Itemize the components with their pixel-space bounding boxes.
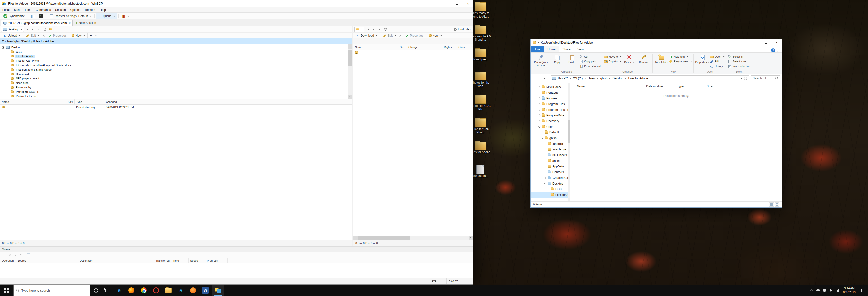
details-view-button[interactable] xyxy=(769,202,774,207)
copy-button[interactable]: Copy xyxy=(550,54,564,64)
nav-item-recovery[interactable]: Recovery xyxy=(531,118,570,124)
security-tray-button[interactable] xyxy=(822,285,828,296)
taskbar-clock[interactable]: 9:14 AM 8/27/2019 xyxy=(841,286,858,294)
nav-scrollbar[interactable] xyxy=(568,83,570,201)
column-source[interactable]: Source xyxy=(16,258,78,263)
forward-button[interactable]: → xyxy=(538,77,541,80)
nav-item-gbish[interactable]: gbish xyxy=(531,135,570,141)
cut-button[interactable]: Cut xyxy=(580,55,601,59)
remote-root-selector[interactable] xyxy=(354,27,365,32)
menu-files[interactable]: Files xyxy=(23,8,33,11)
address-dropdown-icon[interactable] xyxy=(741,78,743,79)
back-button[interactable] xyxy=(365,27,370,32)
column-progress[interactable]: Progress xyxy=(206,258,227,263)
taskbar-edge-button[interactable]: e xyxy=(113,285,125,296)
new-item-button[interactable]: New item xyxy=(669,55,692,59)
invert-selection-button[interactable]: Invert selection xyxy=(728,64,750,68)
column-operation[interactable]: Operation xyxy=(0,258,16,263)
chevron-right-icon[interactable] xyxy=(538,86,540,88)
edit-button[interactable]: Edit xyxy=(710,59,725,63)
close-button[interactable]: × xyxy=(462,0,473,7)
new-button[interactable]: New xyxy=(427,33,443,38)
chevron-down-icon[interactable] xyxy=(544,182,547,185)
volume-tray-button[interactable] xyxy=(828,285,834,296)
breadcrumb-os-c[interactable]: OS (C:) xyxy=(571,77,584,80)
select-all-button[interactable]: Select all xyxy=(728,55,750,59)
column-date-modified[interactable]: Date modified xyxy=(644,83,675,90)
tree-collapse-icon[interactable] xyxy=(2,47,4,49)
properties-button[interactable]: Properties xyxy=(403,33,425,38)
column-type[interactable]: Type xyxy=(675,83,705,90)
properties-button[interactable]: Properties xyxy=(46,33,68,38)
tree-item-selected[interactable]: Files for Adobe xyxy=(0,54,352,58)
forward-button[interactable] xyxy=(371,27,376,32)
tree-scrollbar[interactable] xyxy=(348,45,352,99)
tree-item[interactable]: Files sent to A & S and Adobe xyxy=(0,67,352,72)
select-remove-button[interactable]: − xyxy=(93,33,98,38)
queue-move-up-button[interactable] xyxy=(13,253,18,257)
scroll-right-arrow[interactable] xyxy=(469,236,473,240)
column-transferred[interactable]: Transferred xyxy=(145,258,172,263)
new-session-button[interactable]: + New Session xyxy=(73,20,99,26)
refresh-button[interactable] xyxy=(42,27,48,32)
task-view-button[interactable] xyxy=(102,285,113,296)
address-input[interactable]: This PC OS (C:) Users gbish Desktop File… xyxy=(551,76,749,81)
scroll-down-arrow[interactable] xyxy=(348,95,352,99)
column-name[interactable]: Name xyxy=(353,45,396,50)
new-button[interactable]: New xyxy=(70,33,86,38)
drive-selector[interactable]: Desktop xyxy=(1,27,24,32)
download-button[interactable]: Download xyxy=(354,33,379,38)
up-button[interactable]: ↑ xyxy=(547,77,549,80)
tree-item[interactable]: Files for Can Photo xyxy=(0,58,352,63)
nav-item-oracle-jre[interactable]: .oracle_jre_usage xyxy=(531,147,570,152)
taskbar-word-button[interactable]: W xyxy=(199,285,212,296)
tree-item[interactable]: Household xyxy=(0,72,352,76)
transfer-settings-button[interactable]: Transfer Settings: Default xyxy=(47,13,93,19)
local-path-bar[interactable]: C:\Users\gbish\Desktop\Files for Adobe\ xyxy=(0,38,352,45)
explorer-title-bar[interactable]: C:\Users\gbish\Desktop\Files for Adobe –… xyxy=(531,39,782,47)
breadcrumb-this-pc[interactable]: This PC xyxy=(556,77,569,80)
show-hidden-icons-button[interactable] xyxy=(808,285,815,296)
taskbar-red-browser-button[interactable] xyxy=(150,285,162,296)
collapse-ribbon-icon[interactable] xyxy=(777,50,779,52)
breadcrumb-files-for-adobe[interactable]: Files for Adobe xyxy=(627,77,649,80)
delete-button[interactable] xyxy=(41,34,46,37)
select-checkbox[interactable] xyxy=(572,85,575,88)
panels-button[interactable] xyxy=(29,13,37,19)
nav-item-program-files[interactable]: Program Files xyxy=(531,101,570,107)
network-tray-button[interactable] xyxy=(834,285,841,296)
action-center-button[interactable] xyxy=(858,285,868,296)
column-speed[interactable]: Speed xyxy=(189,258,206,263)
onedrive-tray-button[interactable] xyxy=(815,285,822,296)
queue-show-button[interactable] xyxy=(1,253,6,257)
maximize-button[interactable] xyxy=(452,0,462,7)
nav-item-contacts[interactable]: Contacts xyxy=(531,169,570,175)
menu-options[interactable]: Options xyxy=(68,8,83,11)
session-close-icon[interactable]: × xyxy=(69,22,70,25)
rename-button[interactable]: Rename xyxy=(637,54,651,64)
chevron-right-icon[interactable] xyxy=(538,97,540,100)
help-icon[interactable]: ? xyxy=(771,48,775,52)
taskbar-ie-button[interactable]: e xyxy=(175,285,187,296)
column-changed[interactable]: Changed xyxy=(407,45,442,50)
chevron-right-icon[interactable] xyxy=(544,177,547,179)
nav-item-appdata[interactable]: AppData xyxy=(531,164,570,169)
search-input[interactable]: Search Fil... xyxy=(751,76,780,81)
column-owner[interactable]: Owner xyxy=(457,45,473,50)
taskbar-chrome-button[interactable] xyxy=(137,285,150,296)
column-time[interactable]: Time xyxy=(172,258,189,263)
taskbar-winscp-button[interactable] xyxy=(212,285,224,296)
taskbar-search-box[interactable]: Type here to search xyxy=(13,285,90,296)
file-row-parent[interactable]: .. xyxy=(353,50,473,55)
menu-help[interactable]: Help xyxy=(97,8,108,11)
history-button[interactable]: History xyxy=(710,64,725,68)
paste-button[interactable]: Paste xyxy=(565,54,579,64)
file-row-parent[interactable]: .. Parent directory 8/26/2019 12:22:11 P… xyxy=(0,105,352,110)
cortana-button[interactable] xyxy=(90,285,102,296)
back-button[interactable] xyxy=(24,27,30,32)
tree-item[interactable]: Photography xyxy=(0,85,352,90)
column-changed[interactable]: Changed xyxy=(104,99,158,104)
menu-commands[interactable]: Commands xyxy=(34,8,53,11)
pin-to-quick-access-button[interactable]: Pin to Quick access xyxy=(533,54,549,67)
edit-button[interactable]: Edit xyxy=(24,33,41,38)
